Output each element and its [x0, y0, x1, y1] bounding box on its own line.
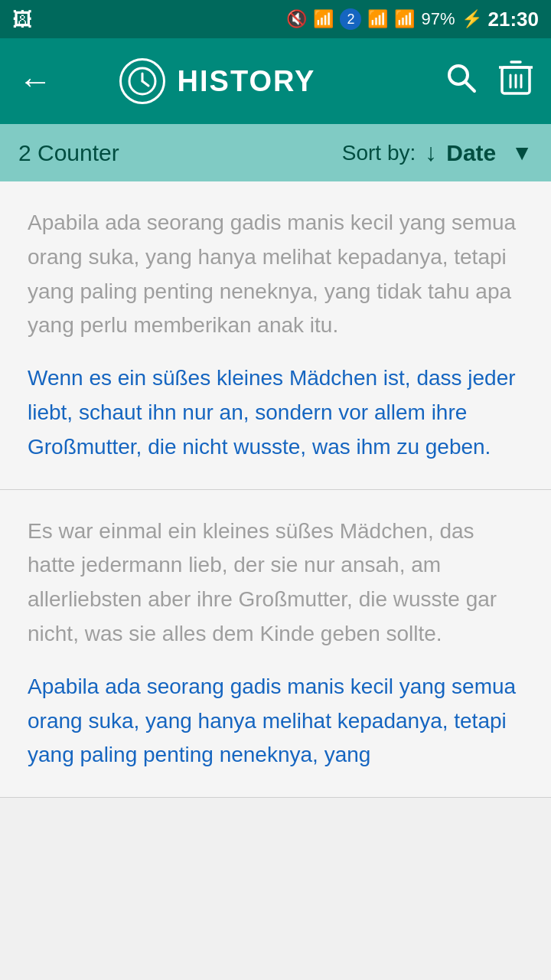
sort-direction-icon: ↓: [425, 139, 437, 167]
translated-text-1: Wenn es ein süßes kleines Mädchen ist, d…: [28, 361, 523, 464]
source-text-2: Es war einmal ein kleines süßes Mädchen,…: [28, 514, 523, 652]
counter-label: 2 Counter: [18, 140, 342, 166]
sort-by-label: Sort by:: [342, 141, 416, 165]
notification-badge: 2: [340, 8, 361, 30]
right-icons: [444, 58, 533, 104]
content-area: Apabila ada seorang gadis manis kecil ya…: [0, 181, 551, 980]
dropdown-icon[interactable]: ▼: [511, 141, 533, 165]
mute-icon: 🔇: [286, 9, 307, 29]
sort-section[interactable]: Sort by: ↓ Date ▼: [342, 139, 533, 167]
title-section: HISTORY: [6, 58, 429, 104]
app-title: HISTORY: [178, 65, 316, 98]
wifi-icon: 📶: [313, 9, 334, 29]
signal-icon-2: 📶: [394, 9, 415, 29]
sort-bar: 2 Counter Sort by: ↓ Date ▼: [0, 124, 551, 181]
svg-line-2: [142, 81, 148, 86]
delete-button[interactable]: [499, 58, 533, 104]
search-button[interactable]: [444, 60, 478, 102]
status-left-icons: 🖼: [12, 8, 32, 31]
svg-line-4: [465, 82, 474, 91]
translated-text-2: Apabila ada seorang gadis manis kecil ya…: [28, 670, 523, 773]
source-text-1: Apabila ada seorang gadis manis kecil ya…: [28, 206, 523, 343]
sort-value-label: Date: [446, 140, 496, 166]
app-bar: ← HISTORY: [0, 38, 551, 124]
battery-text: 97%: [421, 9, 455, 29]
status-bar: 🖼 🔇 📶 2 📶 📶 97% ⚡ 21:30: [0, 0, 551, 38]
time-display: 21:30: [488, 8, 540, 31]
battery-icon: ⚡: [461, 9, 482, 29]
status-icons: 🔇 📶 2 📶 📶 97% ⚡ 21:30: [286, 8, 539, 31]
translation-card-1: Apabila ada seorang gadis manis kecil ya…: [0, 181, 551, 490]
gallery-icon: 🖼: [12, 8, 32, 31]
signal-icon: 📶: [367, 9, 388, 29]
clock-icon: [119, 58, 165, 104]
translation-card-2: Es war einmal ein kleines süßes Mädchen,…: [0, 490, 551, 799]
